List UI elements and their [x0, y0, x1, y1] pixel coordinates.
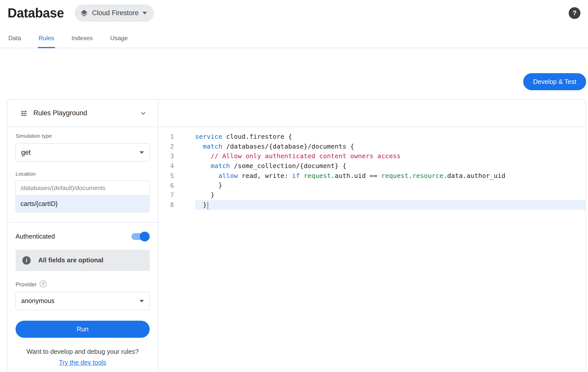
code-token: [195, 152, 211, 160]
authenticated-toggle[interactable]: [132, 233, 149, 240]
product-selector-chip[interactable]: Cloud Firestore: [75, 5, 154, 22]
code-token: .auth.uid ==: [331, 172, 381, 179]
code-token: [300, 172, 304, 179]
location-placeholder-text: /databases/(default)/documents: [20, 185, 105, 192]
help-button[interactable]: ?: [569, 7, 581, 19]
provider-value: anonymous: [21, 297, 55, 305]
simulation-type-value: get: [21, 148, 31, 156]
provider-label: Provider: [16, 281, 37, 287]
text-cursor: [208, 202, 208, 210]
location-input[interactable]: /databases/(default)/documents: [16, 180, 150, 196]
dev-tools-prompt: Want to develop and debug your rules?: [16, 348, 150, 356]
product-selector-label: Cloud Firestore: [92, 9, 139, 17]
provider-select[interactable]: anonymous: [16, 292, 150, 310]
tab-indexes-label: Indexes: [71, 35, 93, 41]
code-token: .: [408, 172, 412, 179]
code-line[interactable]: service cloud.firestore {: [195, 132, 586, 142]
code-token: [195, 143, 203, 150]
rules-editor: 12345678 service cloud.firestore { match…: [158, 100, 586, 372]
provider-row: Provider ?: [16, 281, 150, 287]
code-line[interactable]: match /databases/{database}/documents {: [195, 142, 586, 152]
chevron-down-icon: [142, 12, 147, 15]
chevron-down-icon: [139, 151, 144, 154]
authenticated-label: Authenticated: [16, 233, 55, 240]
code-token: match: [203, 143, 222, 150]
tab-usage[interactable]: Usage: [109, 35, 128, 48]
code-token: }: [195, 191, 215, 199]
toggle-knob: [140, 232, 150, 242]
divider: [7, 222, 158, 223]
develop-test-button[interactable]: Develop & Test: [523, 73, 586, 90]
code-token: resource: [412, 172, 443, 179]
rules-card: Rules Playground Simulation type get Loc…: [7, 99, 586, 372]
playground-body: Simulation type get Location /databases/…: [7, 127, 158, 367]
line-number: 1: [158, 132, 174, 142]
location-label: Location: [16, 171, 150, 177]
tab-rules-label: Rules: [39, 35, 54, 41]
toolbar-row: Develop & Test: [7, 73, 586, 90]
tab-indexes[interactable]: Indexes: [71, 35, 93, 48]
line-number: 7: [158, 190, 174, 200]
line-number: 6: [158, 181, 174, 191]
code-token: if: [292, 172, 300, 179]
code-line[interactable]: // Allow only authenticated content owne…: [195, 151, 586, 161]
info-icon: i: [22, 256, 31, 265]
code-token: /some_collection/{document} {: [230, 162, 347, 170]
editor-header: [158, 100, 586, 127]
playground-header: Rules Playground: [7, 100, 158, 127]
code-token: }: [195, 201, 207, 208]
code-token: allow: [218, 172, 238, 179]
line-number: 2: [158, 142, 174, 152]
code-token: read, write:: [238, 172, 292, 179]
tab-bar: Data Rules Indexes Usage: [0, 29, 588, 48]
code-editor[interactable]: 12345678 service cloud.firestore { match…: [158, 127, 586, 372]
app-header: Database Cloud Firestore ?: [0, 0, 588, 22]
code-line[interactable]: }: [195, 190, 586, 200]
line-number: 8: [158, 200, 174, 210]
main-content: Develop & Test Rules Playground Simulati…: [0, 73, 588, 372]
tab-usage-label: Usage: [110, 35, 128, 41]
code-token: /databases/{database}/documents {: [222, 143, 354, 150]
info-banner-text: All fields are optional: [38, 257, 104, 264]
collapse-chevron-icon[interactable]: [139, 109, 148, 117]
firestore-icon: [80, 9, 88, 17]
code-token: .data.author_uid: [443, 172, 505, 179]
page-title: Database: [8, 6, 64, 21]
code-token: service: [195, 133, 222, 140]
code-line[interactable]: }: [195, 200, 586, 210]
tune-icon: [20, 109, 28, 117]
editor-code[interactable]: service cloud.firestore { match /databas…: [195, 132, 586, 372]
authenticated-row: Authenticated: [16, 233, 150, 240]
code-token: match: [211, 162, 230, 170]
location-value-text: carts/{cartID}: [20, 200, 58, 207]
chevron-down-icon: [139, 300, 144, 303]
tab-data-label: Data: [8, 35, 21, 41]
code-token: [195, 162, 211, 170]
help-question-icon: ?: [573, 9, 577, 17]
location-value-input[interactable]: carts/{cartID}: [16, 195, 150, 213]
code-line[interactable]: match /some_collection/{document} {: [195, 161, 586, 171]
code-line[interactable]: }: [195, 181, 586, 191]
line-number: 5: [158, 171, 174, 181]
playground-title: Rules Playground: [33, 109, 87, 117]
code-token: request: [304, 172, 331, 179]
info-banner: i All fields are optional: [16, 250, 150, 271]
simulation-type-select[interactable]: get: [16, 143, 150, 161]
code-token: [195, 172, 218, 179]
help-outline-icon[interactable]: ?: [40, 281, 46, 287]
line-number: 4: [158, 161, 174, 171]
line-number: 3: [158, 151, 174, 161]
editor-gutter: 12345678: [158, 132, 195, 372]
code-token: request: [381, 172, 408, 179]
dev-tools-link[interactable]: Try the dev tools: [16, 359, 150, 367]
code-token: cloud.firestore {: [222, 133, 292, 140]
code-line[interactable]: allow read, write: if request.auth.uid =…: [195, 171, 586, 181]
rules-playground-panel: Rules Playground Simulation type get Loc…: [7, 100, 159, 372]
tab-rules[interactable]: Rules: [38, 35, 55, 48]
firebase-console-page: Database Cloud Firestore ? Data Rules In…: [0, 0, 588, 372]
code-token: // Allow only authenticated content owne…: [211, 152, 401, 160]
run-button[interactable]: Run: [16, 321, 150, 338]
simulation-type-label: Simulation type: [16, 133, 150, 139]
code-token: }: [195, 181, 222, 189]
tab-data[interactable]: Data: [8, 35, 22, 48]
